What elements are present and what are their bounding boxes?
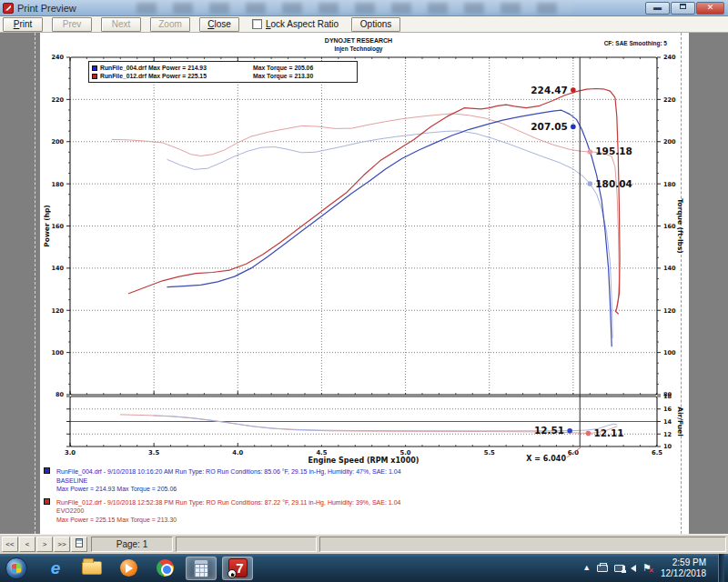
options-button[interactable]: Options — [351, 17, 400, 32]
taskbar-item-calculator[interactable] — [186, 557, 217, 580]
window-title: Print Preview — [17, 3, 76, 14]
marker-dot — [587, 149, 592, 155]
show-desktop-button[interactable] — [718, 554, 724, 582]
legend-row: RunFile_012.drf Max Power = 225.15Max To… — [92, 72, 354, 80]
volume-tray-icon[interactable] — [631, 565, 636, 572]
svg-text:140: 140 — [51, 265, 64, 272]
zoom-out-button[interactable]: Zoom Out — [150, 17, 190, 32]
taskbar-item-chrome[interactable] — [149, 557, 180, 580]
page-margin-left — [35, 33, 35, 534]
legend-torque-label: Max Torque = 205.06 — [253, 65, 313, 71]
run-conditions: RunFile_004.drf - 9/10/2018 10:16:20 AM … — [56, 467, 401, 477]
prev-page-nav-button[interactable]: < — [19, 537, 35, 552]
system-tray: ▲ ⚑✕ 2:59 PM 12/12/2018 — [582, 554, 728, 582]
next-page-button[interactable]: Next — [101, 17, 141, 32]
start-button[interactable] — [5, 557, 27, 579]
svg-text:180: 180 — [663, 181, 676, 188]
folder-icon — [82, 561, 102, 575]
preview-page: DYNOJET RESEARCH Injen Technology CF: SA… — [40, 33, 689, 534]
taskbar-item-media-player[interactable] — [113, 557, 144, 580]
lock-aspect-checkbox[interactable] — [252, 19, 262, 29]
series-runfile_004-power — [167, 110, 612, 346]
svg-text:5.0: 5.0 — [400, 449, 411, 457]
statusbar-panel — [176, 537, 317, 552]
prev-page-button[interactable]: Prev — [52, 17, 92, 32]
maximize-button[interactable] — [671, 2, 695, 15]
clock-date: 12/12/2018 — [661, 568, 706, 579]
marker-label: 224.47 — [531, 85, 568, 95]
svg-text:6.5: 6.5 — [652, 449, 662, 457]
taskbar: e 7 ▲ ⚑✕ 2:59 PM 12/12/2018 — [0, 554, 728, 582]
taskbar-item-internet-explorer[interactable]: e — [40, 557, 71, 580]
legend-torque-label: Max Torque = 213.30 — [253, 73, 313, 79]
marker-dot — [571, 87, 576, 93]
svg-text:14: 14 — [663, 418, 672, 426]
svg-text:5.5: 5.5 — [484, 449, 495, 457]
svg-text:240: 240 — [51, 54, 64, 61]
svg-text:Torque (ft-lbs): Torque (ft-lbs) — [676, 198, 684, 254]
series-runfile_004-torque — [167, 131, 612, 338]
svg-text:Air/Fuel: Air/Fuel — [676, 406, 684, 436]
legend-run-label: RunFile_004.drf Max Power = 214.93 — [100, 65, 253, 71]
run-maxima: Max Power = 225.15 Max Torque = 213.30 — [56, 516, 672, 525]
marker-label: 207.05 — [531, 121, 568, 132]
page-setup-icon — [76, 538, 83, 547]
legend-color-swatch — [92, 74, 97, 79]
tray-expand-icon[interactable]: ▲ — [582, 564, 591, 572]
print-preview-toolbar: Print Prev Next Zoom Out Close Lock Aspe… — [0, 16, 728, 33]
chrome-icon — [157, 559, 174, 577]
taskbar-item-dynojet[interactable]: 7 — [222, 557, 253, 580]
svg-text:180: 180 — [51, 181, 64, 188]
marker-dot — [571, 125, 576, 130]
svg-text:12: 12 — [663, 431, 672, 438]
marker-label: 180.04 — [595, 178, 632, 189]
svg-text:4.0: 4.0 — [232, 449, 243, 457]
taskbar-clock[interactable]: 2:59 PM 12/12/2018 — [661, 557, 706, 579]
page-setup-button[interactable] — [71, 537, 87, 552]
run-conditions: RunFile_012.drf - 9/10/2018 12:52:38 PM … — [56, 498, 400, 507]
close-preview-button[interactable]: Close — [199, 17, 239, 32]
marker-dot — [586, 431, 592, 436]
svg-text:3.5: 3.5 — [148, 449, 159, 457]
action-center-flag-icon[interactable]: ⚑✕ — [642, 563, 652, 573]
svg-text:120: 120 — [51, 307, 64, 315]
marker-dot — [587, 181, 592, 186]
internet-explorer-icon: e — [51, 559, 61, 577]
run-color-swatch — [44, 498, 50, 505]
svg-text:80: 80 — [56, 391, 65, 398]
marker-label: 12.51 — [534, 425, 564, 436]
run-name: EVO2200 — [56, 507, 672, 516]
run-name: BASELINE — [56, 477, 672, 486]
svg-text:160: 160 — [51, 223, 64, 230]
media-player-icon — [120, 559, 137, 577]
svg-text:Power (hp): Power (hp) — [43, 205, 51, 247]
svg-text:100: 100 — [663, 349, 676, 356]
minimize-button[interactable]: ▬ — [645, 2, 670, 15]
printer-tray-icon[interactable] — [597, 565, 608, 572]
page-indicator: Page: 1 — [91, 537, 173, 552]
preview-workspace: DYNOJET RESEARCH Injen Technology CF: SA… — [0, 33, 728, 534]
svg-text:4.5: 4.5 — [316, 449, 327, 457]
run-info-list: RunFile_004.drf - 9/10/2018 10:16:20 AM … — [44, 467, 672, 528]
svg-text:X = 6.040: X = 6.040 — [526, 455, 566, 463]
svg-text:10: 10 — [663, 443, 672, 450]
svg-text:120: 120 — [663, 307, 676, 315]
svg-text:240: 240 — [663, 54, 676, 61]
lock-aspect-label: Lock Aspect Ratio — [266, 19, 339, 29]
run-info-block: RunFile_004.drf - 9/10/2018 10:16:20 AM … — [44, 467, 672, 494]
taskbar-item-file-explorer[interactable] — [76, 557, 107, 580]
print-button[interactable]: Print — [3, 17, 43, 32]
titlebar-blurred-path — [136, 3, 573, 14]
svg-text:200: 200 — [663, 138, 676, 146]
last-page-button[interactable]: >> — [54, 537, 70, 552]
legend-color-swatch — [92, 65, 97, 71]
next-page-nav-button[interactable]: > — [36, 537, 53, 552]
svg-text:220: 220 — [663, 96, 676, 104]
run-maxima: Max Power = 214.93 Max Torque = 205.06 — [56, 485, 672, 494]
ball-icon — [228, 569, 237, 578]
statusbar: << < > >> Page: 1 — [0, 534, 728, 554]
first-page-button[interactable]: << — [2, 537, 18, 552]
svg-text:100: 100 — [51, 349, 64, 356]
marker-label: 195.18 — [595, 146, 632, 156]
close-window-button[interactable]: ✕ — [696, 2, 724, 15]
